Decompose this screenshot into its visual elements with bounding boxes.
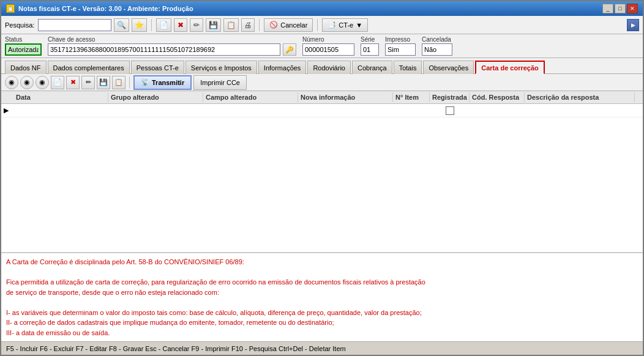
tab-dados-complementares[interactable]: Dados complementares [48, 61, 130, 74]
info-line8: III- a data de emissão ou de saída. [6, 328, 638, 338]
edit-button[interactable]: ✏ [190, 18, 203, 32]
cancel-icon: 🚫 [269, 21, 278, 29]
transmit-button[interactable]: 📡 Transmitir [133, 75, 192, 90]
record-nav-prev[interactable]: ◉ [20, 76, 34, 89]
tab-informações[interactable]: Informações [258, 61, 307, 74]
title-bar: 📋 Notas fiscais CT-e - Versão: 3.00 - Am… [1, 1, 643, 16]
access-key-label: Chave de acesso [48, 36, 296, 43]
tabs-bar: Dados NFDados complementaresPessoas CT-e… [1, 58, 643, 74]
printed-label: Impresso [385, 36, 416, 43]
cte-icon: 📑 [328, 21, 336, 29]
status-field: Status [5, 36, 42, 56]
printed-value[interactable] [385, 43, 416, 56]
separator-3 [317, 19, 318, 31]
col-grupo: Grupo alterado [108, 92, 203, 102]
magnifier-button[interactable]: 🔍 [114, 18, 129, 32]
key-edit-button[interactable]: 🔑 [283, 43, 296, 56]
close-button[interactable]: ✕ [627, 4, 638, 13]
expand-col [4, 92, 13, 102]
tab-serviços-e-impostos[interactable]: Serviços e Impostos [185, 61, 257, 74]
cell-registrada [430, 106, 470, 116]
title-bar-controls: _ □ ✕ [602, 4, 638, 13]
window-title: Notas fiscais CT-e - Versão: 3.00 - Ambi… [18, 5, 193, 12]
cancel-button[interactable]: 🚫 Cancelar [264, 18, 313, 32]
row-arrow: ▶ [4, 106, 13, 114]
serie-field: Série [361, 36, 379, 56]
print-button[interactable]: 🖨 [241, 18, 255, 32]
status-value[interactable] [5, 43, 42, 56]
col-cod-resp: Cód. Resposta [470, 92, 525, 102]
info-line1: A Carta de Correção é disciplinada pelo … [6, 257, 638, 267]
search-input[interactable] [38, 19, 111, 31]
side-panel-button[interactable]: ▶ [627, 19, 639, 31]
main-window: 📋 Notas fiscais CT-e - Versão: 3.00 - Am… [0, 0, 644, 356]
serie-label: Série [361, 36, 379, 43]
number-field: Número [302, 36, 354, 56]
registrada-checkbox[interactable] [446, 106, 454, 115]
record-edit[interactable]: ✏ [81, 76, 95, 89]
shortcut-text: F5 - Incluir F6 - Excluir F7 - Editar F8… [6, 345, 346, 352]
transmit-icon: 📡 [141, 78, 149, 86]
tab-rodoviário[interactable]: Rodoviário [307, 61, 351, 74]
col-data: Data [13, 92, 108, 102]
app-icon: 📋 [6, 4, 15, 13]
number-value[interactable] [302, 43, 354, 56]
col-registrada: Registrada [430, 92, 470, 102]
maximize-button[interactable]: □ [615, 4, 626, 13]
print-cce-button[interactable]: Imprimir CCe [193, 75, 247, 90]
record-save[interactable]: 💾 [97, 76, 110, 89]
info-text: A Carta de Correção é disciplinada pelo … [6, 257, 638, 338]
tab-observações[interactable]: Observações [423, 61, 474, 74]
cell-cod-resp [470, 110, 525, 111]
table-body[interactable]: ▶ [1, 104, 643, 253]
access-key-value[interactable] [48, 43, 280, 56]
separator-1 [151, 19, 152, 31]
title-bar-left: 📋 Notas fiscais CT-e - Versão: 3.00 - Am… [6, 4, 193, 13]
col-item: N° Item [393, 92, 430, 102]
main-toolbar: Pesquisa: 🔍 ⭐ 📄 ✖ ✏ 💾 📋 🖨 🚫 Cancelar 📑 C… [1, 16, 643, 34]
print-cce-label: Imprimir CCe [200, 79, 240, 86]
record-nav-next[interactable]: ◉ [36, 76, 49, 89]
table-row[interactable]: ▶ [1, 104, 643, 117]
cancel-label: Cancelar [280, 21, 307, 29]
table-header: Data Grupo alterado Campo alterado Nova … [1, 91, 643, 104]
copy-button[interactable]: 📋 [223, 18, 239, 32]
tab-cobrança[interactable]: Cobrança [352, 61, 392, 74]
tab-carta-de-correção[interactable]: Carta de correção [475, 61, 545, 74]
record-new[interactable]: 📄 [51, 76, 64, 89]
info-line4: de serviço de transporte, desde que o er… [6, 287, 638, 298]
cancelled-label: Cancelada [422, 36, 452, 43]
search-label: Pesquisa: [5, 21, 34, 29]
delete-button[interactable]: ✖ [174, 18, 187, 32]
col-campo: Campo alterado [203, 92, 298, 102]
cell-item [393, 110, 430, 111]
record-delete[interactable]: ✖ [66, 76, 80, 89]
cancelled-value[interactable] [422, 43, 452, 56]
record-nav-first[interactable]: ◉ [5, 76, 18, 89]
tab-totais[interactable]: Totais [394, 61, 422, 74]
tab-pessoas-ct-e[interactable]: Pessoas CT-e [131, 61, 184, 74]
subtoolbar: ◉ ◉ ◉ 📄 ✖ ✏ 💾 📋 📡 Transmitir Imprimir CC… [1, 74, 643, 91]
cte-arrow-icon: ▼ [356, 21, 362, 29]
shortcut-bar: F5 - Incluir F6 - Excluir F7 - Editar F8… [1, 341, 643, 355]
save-button[interactable]: 💾 [206, 18, 221, 32]
cell-data [13, 110, 108, 111]
record-copy[interactable]: 📋 [112, 76, 125, 89]
separator-2 [259, 19, 260, 31]
info-line7: II- a correção de dados cadastrais que i… [6, 317, 638, 328]
minimize-button[interactable]: _ [602, 4, 613, 13]
new-button[interactable]: 📄 [156, 18, 171, 32]
info-line6: I- as variáveis que determinam o valor d… [6, 308, 638, 318]
star-button[interactable]: ⭐ [132, 18, 147, 32]
info-line3: Fica permitida a utilização de carta de … [6, 277, 638, 287]
cell-campo [203, 110, 298, 111]
access-key-field: Chave de acesso 🔑 [48, 36, 296, 56]
cte-button[interactable]: 📑 CT-e ▼ [322, 18, 368, 32]
number-label: Número [302, 36, 354, 43]
info-bar: A Carta de Correção é disciplinada pelo … [1, 253, 643, 341]
serie-value[interactable] [361, 43, 379, 56]
status-label: Status [5, 36, 42, 43]
cell-nova [298, 110, 393, 111]
tab-dados-nf[interactable]: Dados NF [5, 61, 47, 74]
cancelled-field: Cancelada [422, 36, 452, 56]
